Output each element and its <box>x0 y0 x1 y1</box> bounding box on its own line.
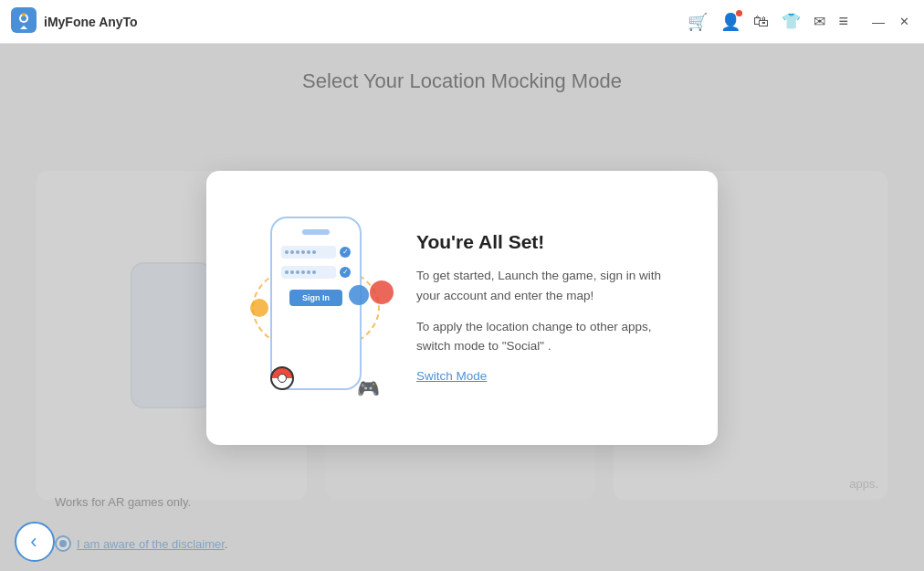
dialog-text-area: You're All Set! To get started, Launch t… <box>416 231 681 383</box>
main-content: Select Your Location Mocking Mode apps. <box>0 44 924 571</box>
back-chevron-icon: ‹ <box>30 530 37 554</box>
dialog-heading: You're All Set! <box>416 231 681 253</box>
phone-signin-btn: Sign In <box>289 290 342 306</box>
orbit-dot-orange <box>250 299 268 317</box>
pokeball-icon <box>270 366 294 390</box>
titlebar: iMyFone AnyTo 🛒 👤 🛍 👕 ✉ ≡ — ✕ <box>0 0 924 44</box>
close-button[interactable]: ✕ <box>896 15 913 28</box>
phone-body: ✓ ✓ Sign In <box>270 217 362 390</box>
phone-input-row-1: ✓ <box>281 246 351 259</box>
user-icon[interactable]: 👤 <box>720 12 740 32</box>
orbit-dot-blue <box>349 285 369 305</box>
phone-check-2: ✓ <box>340 267 351 278</box>
phone-check-1: ✓ <box>340 247 351 258</box>
dialog-overlay: ✓ ✓ Sign In <box>0 44 924 571</box>
back-button[interactable]: ‹ <box>15 522 55 562</box>
game-controller-icon: 🎮 <box>357 377 380 399</box>
minimize-button[interactable]: — <box>868 15 888 29</box>
mail-icon[interactable]: ✉ <box>814 13 825 30</box>
dialog-para-1: To get started, Launch the game, sign in… <box>416 266 681 305</box>
dialog: ✓ ✓ Sign In <box>206 171 718 445</box>
phone-illustration: ✓ ✓ Sign In <box>243 207 389 408</box>
phone-input-field-2 <box>281 266 336 279</box>
app-logo <box>11 7 37 37</box>
orbit-dot-red <box>370 280 394 304</box>
menu-icon[interactable]: ≡ <box>838 12 848 31</box>
cart-icon[interactable]: 🛒 <box>688 12 708 32</box>
phone-notch <box>302 229 330 235</box>
shirt-icon[interactable]: 👕 <box>782 12 801 31</box>
phone-input-row-2: ✓ <box>281 266 351 279</box>
dialog-para-2: To apply the location change to other ap… <box>416 317 681 356</box>
titlebar-icons: 🛒 👤 🛍 👕 ✉ ≡ — ✕ <box>688 12 913 32</box>
bag-icon[interactable]: 🛍 <box>753 13 769 31</box>
window-controls: — ✕ <box>868 15 913 29</box>
svg-point-4 <box>22 13 26 16</box>
user-notification-dot <box>736 10 742 16</box>
app-title: iMyFone AnyTo <box>44 15 688 29</box>
switch-mode-link[interactable]: Switch Mode <box>416 369 487 383</box>
phone-input-field-1 <box>281 246 336 259</box>
